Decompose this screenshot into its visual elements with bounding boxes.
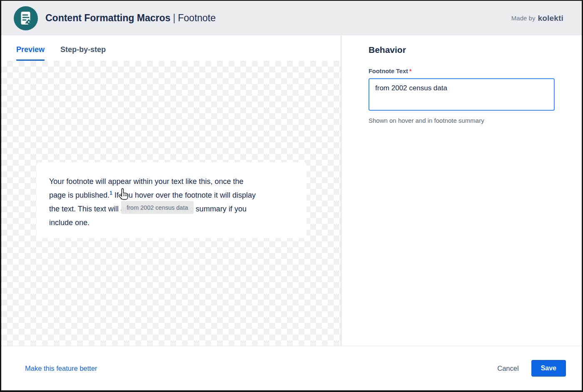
preview-line: include one. xyxy=(49,216,295,230)
footnote-helper-text: Shown on hover and in footnote summary xyxy=(369,117,555,124)
footnote-text-label: Footnote Text* xyxy=(369,68,555,74)
footnote-marker[interactable]: 1 xyxy=(110,190,112,196)
preview-line: Your footnote will appear within your te… xyxy=(49,175,295,189)
footnote-text-input[interactable]: from 2002 census data xyxy=(369,78,555,111)
made-by-label: Made by xyxy=(511,15,536,22)
hand-pointer-cursor-icon xyxy=(117,188,130,201)
cancel-button[interactable]: Cancel xyxy=(491,360,524,377)
footnote-text-label-text: Footnote Text xyxy=(369,68,408,74)
content-formatting-macros-icon xyxy=(14,6,38,30)
tab-preview[interactable]: Preview xyxy=(16,45,45,61)
behavior-pane: Behavior Footnote Text* from 2002 census… xyxy=(341,35,582,346)
preview-paragraph: Your footnote will appear within your te… xyxy=(37,162,306,230)
behavior-heading: Behavior xyxy=(369,45,555,55)
preview-canvas: Your footnote will appear within your te… xyxy=(1,61,341,346)
save-button[interactable]: Save xyxy=(531,360,566,377)
footnote-tooltip: from 2002 census data xyxy=(121,201,194,214)
required-asterisk: * xyxy=(409,68,412,74)
preview-line: page is published.1 If you hover over th… xyxy=(49,189,295,202)
dialog-header: Content Formatting Macros|Footnote Made … xyxy=(1,1,582,35)
title-separator: | xyxy=(170,12,178,23)
preview-line-segment: page is published. xyxy=(49,191,110,199)
dialog-footer: Make this feature better Cancel Save xyxy=(1,346,582,390)
macro-name: Footnote xyxy=(178,12,216,23)
make-feature-better-link[interactable]: Make this feature better xyxy=(25,365,97,372)
dialog-body: Preview Step-by-step Your footnote will … xyxy=(1,35,582,346)
dialog-title: Content Formatting Macros|Footnote xyxy=(45,12,216,24)
kolekti-logo: kolekti xyxy=(538,14,563,23)
preview-line-segment: If you hover over the footnote it will d… xyxy=(112,191,256,199)
tab-bar: Preview Step-by-step xyxy=(1,35,341,61)
tab-step-by-step[interactable]: Step-by-step xyxy=(60,45,106,61)
preview-card: Your footnote will appear within your te… xyxy=(37,162,306,238)
macro-editor-dialog: Content Formatting Macros|Footnote Made … xyxy=(0,0,583,392)
app-title: Content Formatting Macros xyxy=(45,12,170,23)
preview-pane: Preview Step-by-step Your footnote will … xyxy=(1,35,341,346)
